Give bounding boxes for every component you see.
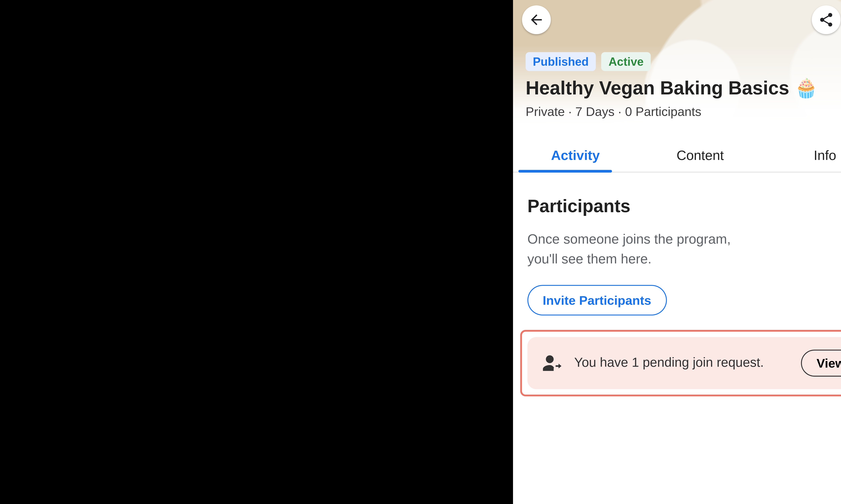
back-button[interactable] <box>522 5 551 34</box>
page-title: Healthy Vegan Baking Basics 🧁 <box>526 76 841 99</box>
program-header: Published Active Healthy Vegan Baking Ba… <box>526 52 841 119</box>
status-badge-published: Published <box>526 52 596 71</box>
invite-participants-button[interactable]: Invite Participants <box>528 284 667 315</box>
pending-request-message: You have 1 pending join request. <box>574 354 791 371</box>
arrow-left-icon <box>528 12 545 28</box>
tab-content[interactable]: Content <box>638 137 762 172</box>
tab-panel-activity: Participants Once someone joins the prog… <box>513 173 841 315</box>
person-incoming-icon <box>540 351 564 374</box>
pending-request-card: You have 1 pending join request. View <box>528 337 841 389</box>
share-icon <box>818 12 834 28</box>
participants-empty-text: Once someone joins the program, you'll s… <box>528 229 841 268</box>
participants-heading: Participants <box>528 196 841 217</box>
empty-line-1: Once someone joins the program, <box>528 231 731 246</box>
view-pending-button[interactable]: View <box>801 349 841 376</box>
tab-activity[interactable]: Activity <box>513 137 638 172</box>
share-button[interactable] <box>812 5 841 34</box>
tab-bar: Activity Content Info <box>513 137 841 173</box>
status-badge-active: Active <box>601 52 651 71</box>
tab-info[interactable]: Info <box>762 137 841 172</box>
hero-image: Published Active Healthy Vegan Baking Ba… <box>513 0 841 126</box>
empty-line-2: you'll see them here. <box>528 251 652 266</box>
page-subtitle: Private · 7 Days · 0 Participants <box>526 104 841 119</box>
pending-request-highlight: You have 1 pending join request. View <box>520 329 841 396</box>
